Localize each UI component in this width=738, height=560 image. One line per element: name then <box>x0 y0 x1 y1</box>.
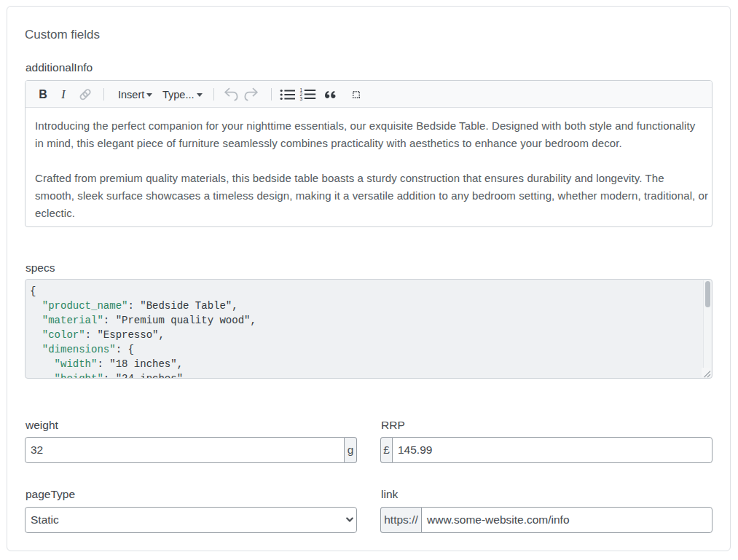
svg-text:3: 3 <box>299 96 302 101</box>
